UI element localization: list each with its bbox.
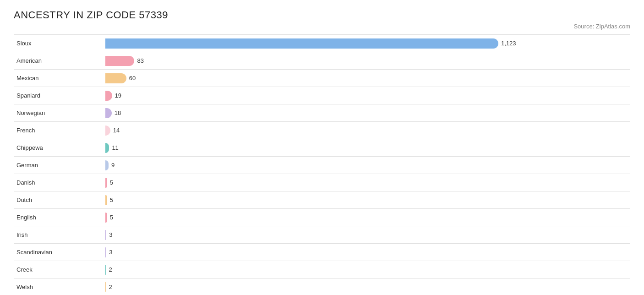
bar — [105, 38, 498, 49]
bar-value-label: 9 — [111, 162, 115, 169]
bar-label: Danish — [14, 179, 105, 186]
bar-value-label: 18 — [115, 109, 121, 116]
table-row: Norwegian18 — [14, 104, 630, 121]
table-row: Dutch5 — [14, 191, 630, 208]
bar-value-label: 3 — [109, 231, 112, 238]
table-row: French14 — [14, 121, 630, 139]
bar — [105, 126, 110, 136]
bar-container: 3 — [105, 246, 630, 258]
bar-label: American — [14, 57, 105, 64]
bar — [105, 282, 106, 292]
bar-container: 9 — [105, 159, 630, 171]
bars-container: Sioux1,123American83Mexican60Spaniard19N… — [14, 34, 630, 295]
bar — [105, 143, 109, 153]
bar — [105, 160, 109, 170]
bar-value-label: 5 — [110, 197, 113, 203]
bar-value-label: 19 — [115, 92, 121, 99]
table-row: Welsh2 — [14, 278, 630, 295]
bar-label: Chippewa — [14, 144, 105, 151]
bar-label: Dutch — [14, 197, 105, 203]
bar-label: Sioux — [14, 40, 105, 47]
chart-area: Sioux1,123American83Mexican60Spaniard19N… — [14, 34, 630, 295]
table-row: Chippewa11 — [14, 139, 630, 156]
bar — [105, 265, 106, 275]
bar — [105, 178, 107, 188]
bar — [105, 108, 112, 118]
bar — [105, 91, 112, 101]
bar-label: Irish — [14, 231, 105, 238]
table-row: Irish3 — [14, 226, 630, 243]
chart-title: ANCESTRY IN ZIP CODE 57339 — [14, 9, 630, 21]
bar-label: Spaniard — [14, 92, 105, 99]
bar-container: 11 — [105, 142, 630, 154]
bar-value-label: 5 — [110, 214, 113, 221]
bar-label: Norwegian — [14, 109, 105, 116]
bar-container: 5 — [105, 194, 630, 206]
bar-container: 83 — [105, 55, 630, 67]
bar-container: 14 — [105, 125, 630, 137]
bar-value-label: 83 — [137, 57, 143, 64]
table-row: Spaniard19 — [14, 87, 630, 104]
bar-value-label: 2 — [109, 266, 112, 273]
bar-label: Mexican — [14, 75, 105, 82]
bar-container: 19 — [105, 90, 630, 102]
bar-value-label: 11 — [112, 144, 118, 151]
table-row: Danish5 — [14, 174, 630, 191]
table-row: American83 — [14, 52, 630, 69]
bar-value-label: 1,123 — [501, 40, 516, 47]
bar-label: French — [14, 127, 105, 134]
bar-container: 2 — [105, 264, 630, 276]
bar-label: German — [14, 162, 105, 169]
bar-label: Scandinavian — [14, 249, 105, 256]
table-row: Creek2 — [14, 261, 630, 278]
bar-container: 5 — [105, 177, 630, 189]
bar-container: 3 — [105, 229, 630, 241]
source-label: Source: ZipAtlas.com — [14, 23, 630, 30]
bar-value-label: 3 — [109, 249, 112, 256]
table-row: English5 — [14, 208, 630, 226]
table-row: German9 — [14, 156, 630, 174]
bar — [105, 73, 126, 83]
bar-container: 1,123 — [105, 38, 630, 49]
table-row: Sioux1,123 — [14, 34, 630, 52]
bar-label: English — [14, 214, 105, 221]
bar — [105, 213, 107, 223]
bar — [105, 56, 134, 66]
bar-container: 18 — [105, 107, 630, 119]
bar-value-label: 5 — [110, 179, 113, 186]
bar — [105, 230, 106, 240]
bar-container: 5 — [105, 212, 630, 224]
table-row: Scandinavian3 — [14, 243, 630, 261]
bar-value-label: 2 — [109, 284, 112, 290]
bar-container: 60 — [105, 72, 630, 84]
table-row: Mexican60 — [14, 69, 630, 87]
bar-label: Welsh — [14, 284, 105, 290]
bar — [105, 247, 106, 257]
bar-value-label: 60 — [129, 75, 136, 82]
bar-container: 2 — [105, 281, 630, 293]
bar-value-label: 14 — [113, 127, 120, 134]
bar — [105, 195, 107, 205]
bar-label: Creek — [14, 266, 105, 273]
